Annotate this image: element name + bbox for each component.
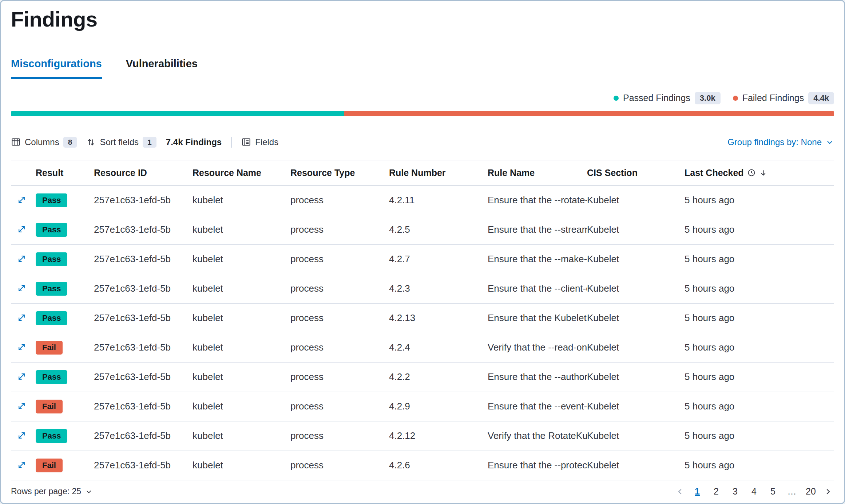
cell-cis-section: Kubelet xyxy=(587,430,685,441)
result-badge: Pass xyxy=(36,311,67,325)
rows-per-page-button[interactable]: Rows per page: 25 xyxy=(11,487,93,496)
page-number-5[interactable]: 5 xyxy=(765,484,781,499)
cell-cis-section: Kubelet xyxy=(587,371,685,383)
cell-resource-id: 257e1c63-1efd-5b xyxy=(94,460,193,471)
next-page-button[interactable] xyxy=(822,485,834,498)
header-last-checked[interactable]: Last Checked xyxy=(685,168,834,178)
cell-expand xyxy=(11,459,36,472)
cell-last-checked: 5 hours ago xyxy=(685,342,834,353)
columns-label: Columns xyxy=(25,137,59,147)
distribution-failed xyxy=(344,111,834,116)
cell-rule-number: 4.2.2 xyxy=(389,371,488,383)
cell-rule-name: Ensure that the Kubelet only makes use o… xyxy=(488,312,587,324)
result-badge: Fail xyxy=(36,400,63,413)
expand-icon xyxy=(17,254,27,264)
table-row: Pass 257e1c63-1efd-5b kubelet process 4.… xyxy=(11,215,834,245)
header-resource-type[interactable]: Resource Type xyxy=(290,168,389,178)
expand-icon xyxy=(17,224,27,234)
group-findings-by-button[interactable]: Group findings by: None xyxy=(727,137,834,147)
page-number-1[interactable]: 1 xyxy=(689,484,705,499)
cell-last-checked: 5 hours ago xyxy=(685,312,834,324)
failed-findings-legend: Failed Findings 4.4k xyxy=(733,92,834,104)
cell-resource-id: 257e1c63-1efd-5b xyxy=(94,430,193,441)
table-row: Pass 257e1c63-1efd-5b kubelet process 4.… xyxy=(11,304,834,333)
group-findings-by-label: Group findings by: None xyxy=(727,137,822,147)
expand-row-button[interactable] xyxy=(15,459,28,471)
expand-row-button[interactable] xyxy=(15,223,28,236)
header-resource-name[interactable]: Resource Name xyxy=(193,168,290,178)
expand-row-button[interactable] xyxy=(15,282,28,295)
expand-icon xyxy=(17,283,27,293)
cell-resource-id: 257e1c63-1efd-5b xyxy=(94,283,193,294)
cell-expand xyxy=(11,429,36,443)
page-number-2[interactable]: 2 xyxy=(708,484,724,499)
cell-result: Pass xyxy=(36,282,94,296)
cell-expand xyxy=(11,341,36,355)
header-resource-id[interactable]: Resource ID xyxy=(94,168,193,178)
table-row: Pass 257e1c63-1efd-5b kubelet process 4.… xyxy=(11,186,834,215)
cell-resource-name: kubelet xyxy=(193,401,290,412)
cell-resource-type: process xyxy=(290,283,389,294)
cell-resource-type: process xyxy=(290,195,389,206)
expand-row-button[interactable] xyxy=(15,370,28,383)
cell-last-checked: 5 hours ago xyxy=(685,460,834,471)
columns-button[interactable]: Columns 8 xyxy=(11,137,77,148)
expand-row-button[interactable] xyxy=(15,400,28,412)
cell-last-checked: 5 hours ago xyxy=(685,401,834,412)
fields-button[interactable]: Fields xyxy=(241,137,278,147)
header-cis-section[interactable]: CIS Section xyxy=(587,168,685,178)
pagination-ellipsis: … xyxy=(784,484,800,499)
cell-result: Fail xyxy=(36,400,94,413)
distribution-passed xyxy=(11,111,344,116)
cell-expand xyxy=(11,370,36,384)
expand-icon xyxy=(17,313,27,323)
header-rule-name[interactable]: Rule Name xyxy=(488,168,587,178)
page-number-20[interactable]: 20 xyxy=(803,484,819,499)
result-badge: Pass xyxy=(36,252,67,266)
cell-resource-name: kubelet xyxy=(193,460,290,471)
page-number-3[interactable]: 3 xyxy=(727,484,743,499)
table-row: Fail 257e1c63-1efd-5b kubelet process 4.… xyxy=(11,333,834,363)
cell-resource-name: kubelet xyxy=(193,430,290,441)
cell-expand xyxy=(11,223,36,237)
header-rule-number[interactable]: Rule Number xyxy=(389,168,488,178)
cell-rule-number: 4.2.4 xyxy=(389,342,488,353)
failed-findings-label: Failed Findings xyxy=(742,93,804,103)
previous-page-button[interactable] xyxy=(674,485,686,498)
header-result[interactable]: Result xyxy=(36,168,94,178)
cell-result: Pass xyxy=(36,252,94,266)
expand-icon xyxy=(17,431,27,440)
chevron-left-icon xyxy=(675,487,685,496)
cell-rule-name: Ensure that the --event-qps argument is … xyxy=(488,401,587,412)
expand-row-button[interactable] xyxy=(15,311,28,324)
cell-result: Pass xyxy=(36,311,94,325)
expand-row-button[interactable] xyxy=(15,341,28,353)
cell-cis-section: Kubelet xyxy=(587,312,685,324)
cell-resource-type: process xyxy=(290,371,389,383)
cell-result: Pass xyxy=(36,193,94,207)
columns-icon xyxy=(11,137,21,147)
findings-count-label: 7.4k Findings xyxy=(166,137,222,147)
cell-resource-type: process xyxy=(290,342,389,353)
expand-row-button[interactable] xyxy=(15,252,28,265)
page-title: Findings xyxy=(11,8,834,31)
cell-resource-name: kubelet xyxy=(193,283,290,294)
cell-rule-number: 4.2.3 xyxy=(389,283,488,294)
expand-icon xyxy=(17,195,27,205)
sort-fields-button[interactable]: Sort fields 1 xyxy=(86,137,156,148)
cell-resource-name: kubelet xyxy=(193,312,290,324)
tab-vulnerabilities[interactable]: Vulnerabilities xyxy=(126,58,198,79)
findings-page: Findings Misconfigurations Vulnerabiliti… xyxy=(1,1,844,503)
expand-row-button[interactable] xyxy=(15,429,28,442)
page-number-4[interactable]: 4 xyxy=(746,484,762,499)
cell-expand xyxy=(11,193,36,207)
expand-icon xyxy=(17,401,27,411)
expand-row-button[interactable] xyxy=(15,193,28,206)
clock-icon xyxy=(747,168,756,177)
cell-rule-name: Ensure that the --make-iptables-util-cha… xyxy=(488,253,587,265)
cell-last-checked: 5 hours ago xyxy=(685,283,834,294)
tab-misconfigurations[interactable]: Misconfigurations xyxy=(11,58,102,79)
cell-rule-number: 4.2.7 xyxy=(389,253,488,265)
cell-expand xyxy=(11,282,36,296)
cell-result: Pass xyxy=(36,223,94,237)
